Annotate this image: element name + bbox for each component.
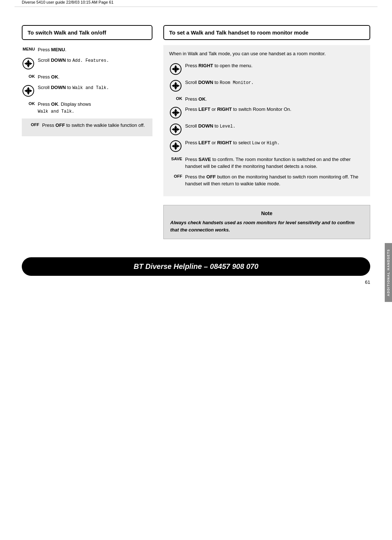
helpline-text: BT Diverse Helpline – 08457 908 070 xyxy=(134,262,258,270)
svg-point-35 xyxy=(174,128,177,131)
svg-marker-28 xyxy=(177,111,180,114)
label-ok-r: OK xyxy=(169,96,182,101)
label-off: OFF xyxy=(26,122,39,127)
svg-marker-32 xyxy=(174,131,177,133)
text-nav2: Scroll DOWN to Walk and Talk. xyxy=(38,84,152,91)
main-content: To switch Walk and Talk on/off MENU Pres… xyxy=(0,14,392,246)
svg-marker-3 xyxy=(24,62,27,65)
svg-point-23 xyxy=(174,84,177,87)
svg-marker-38 xyxy=(174,148,177,150)
svg-marker-19 xyxy=(174,82,177,84)
svg-marker-13 xyxy=(174,65,177,68)
instr-row-off: OFF Press OFF to switch the walkie talki… xyxy=(26,122,148,129)
svg-marker-33 xyxy=(172,128,174,131)
instr-row-nav2: Scroll DOWN to Walk and Talk. xyxy=(22,84,152,97)
text-leftright1: Press LEFT or RIGHT to switch Room Monit… xyxy=(185,106,364,113)
note-title: Note xyxy=(170,210,363,216)
svg-marker-22 xyxy=(177,84,180,87)
text-ok-r: Press OK. xyxy=(185,96,364,103)
page: Diverse 5410 user guide 22/8/03 10:15 AM… xyxy=(0,0,392,540)
label-menu: MENU xyxy=(22,47,35,51)
svg-point-5 xyxy=(27,62,30,65)
instr-row-right1: Press RIGHT to open the menu. xyxy=(169,63,364,76)
svg-marker-21 xyxy=(172,84,174,87)
svg-marker-25 xyxy=(174,109,177,111)
svg-marker-37 xyxy=(174,142,177,145)
svg-marker-34 xyxy=(177,128,180,131)
svg-marker-9 xyxy=(24,89,27,92)
svg-point-17 xyxy=(174,68,177,70)
intro-text: When in Walk and Talk mode, you can use … xyxy=(169,50,364,57)
svg-marker-40 xyxy=(177,145,180,148)
right-box-title: To set a Walk and Talk handset to room m… xyxy=(163,25,370,40)
svg-marker-31 xyxy=(174,125,177,128)
nav-icon-r5 xyxy=(169,140,182,153)
sidebar-tab: ADDITIONAL HANDSETS xyxy=(385,243,392,302)
svg-marker-2 xyxy=(27,65,30,68)
text-off-r: Press the OFF button on the monitoring h… xyxy=(185,174,364,188)
instr-row-ok1: OK Press OK. xyxy=(22,74,152,81)
svg-marker-20 xyxy=(174,87,177,90)
label-ok1: OK xyxy=(22,74,35,78)
instr-row-ok-r: OK Press OK. xyxy=(169,96,364,103)
text-right1: Press RIGHT to open the menu. xyxy=(185,63,364,69)
instr-row-save: SAVE Press SAVE to confirm. The room mon… xyxy=(169,156,364,170)
nav-icon-r1 xyxy=(169,63,182,76)
svg-marker-39 xyxy=(172,145,174,148)
right-body: When in Walk and Talk mode, you can use … xyxy=(163,45,370,196)
instr-row-menu: MENU Press MENU. xyxy=(22,47,152,53)
svg-marker-27 xyxy=(172,111,174,114)
svg-marker-7 xyxy=(27,87,30,89)
left-box-title: To switch Walk and Talk on/off xyxy=(22,25,152,40)
instr-row-ok2: OK Press OK. Display showsWalk and Talk. xyxy=(22,101,152,115)
label-save: SAVE xyxy=(169,156,182,161)
page-header: Diverse 5410 user guide 22/8/03 10:15 AM… xyxy=(0,0,392,7)
instr-row-down1: Scroll DOWN to Room Monitor. xyxy=(169,79,364,92)
helpline-bar: BT Diverse Helpline – 08457 908 070 xyxy=(22,257,370,276)
svg-marker-1 xyxy=(27,60,30,62)
header-text: Diverse 5410 user guide 22/8/03 10:15 AM… xyxy=(22,0,114,4)
text-ok1: Press OK. xyxy=(38,74,152,81)
svg-point-11 xyxy=(27,89,30,92)
text-down1: Scroll DOWN to Room Monitor. xyxy=(185,79,364,86)
nav-icon-1 xyxy=(22,57,35,70)
nav-icon-2 xyxy=(22,84,35,97)
svg-marker-16 xyxy=(177,68,180,70)
note-box: Note Always check handsets used as room … xyxy=(163,205,370,239)
text-leftright2: Press LEFT or RIGHT to select Low or Hig… xyxy=(185,140,364,146)
instr-row-leftright1: Press LEFT or RIGHT to switch Room Monit… xyxy=(169,106,364,119)
instr-row-nav1: Scroll DOWN to Add. Features. xyxy=(22,57,152,70)
nav-icon-r2 xyxy=(169,79,182,92)
svg-point-29 xyxy=(174,111,177,114)
svg-marker-8 xyxy=(27,92,30,95)
text-nav1: Scroll DOWN to Add. Features. xyxy=(38,57,152,64)
text-ok2: Press OK. Display showsWalk and Talk. xyxy=(38,101,152,115)
left-column: To switch Walk and Talk on/off MENU Pres… xyxy=(22,25,152,239)
nav-icon-r3 xyxy=(169,106,182,119)
instr-row-off-r: OFF Press the OFF button on the monitori… xyxy=(169,174,364,188)
page-number: 61 xyxy=(0,276,392,289)
note-text: Always check handsets used as room monit… xyxy=(170,219,363,234)
shaded-section: OFF Press OFF to switch the walkie talki… xyxy=(22,118,152,136)
svg-marker-26 xyxy=(174,114,177,117)
text-save: Press SAVE to confirm. The room monitor … xyxy=(185,156,364,170)
svg-marker-4 xyxy=(30,62,32,65)
right-column: To set a Walk and Talk handset to room m… xyxy=(163,25,370,239)
svg-marker-14 xyxy=(174,70,177,73)
svg-marker-15 xyxy=(172,68,174,70)
text-menu: Press MENU. xyxy=(38,47,152,53)
text-off: Press OFF to switch the walkie talkie fu… xyxy=(42,122,148,129)
label-ok2: OK xyxy=(22,101,35,106)
text-down2: Scroll DOWN to Level. xyxy=(185,123,364,130)
instr-row-leftright2: Press LEFT or RIGHT to select Low or Hig… xyxy=(169,140,364,153)
svg-marker-10 xyxy=(30,89,32,92)
instr-row-down2: Scroll DOWN to Level. xyxy=(169,123,364,136)
label-off-r: OFF xyxy=(169,174,182,178)
svg-point-41 xyxy=(174,145,177,148)
nav-icon-r4 xyxy=(169,123,182,136)
